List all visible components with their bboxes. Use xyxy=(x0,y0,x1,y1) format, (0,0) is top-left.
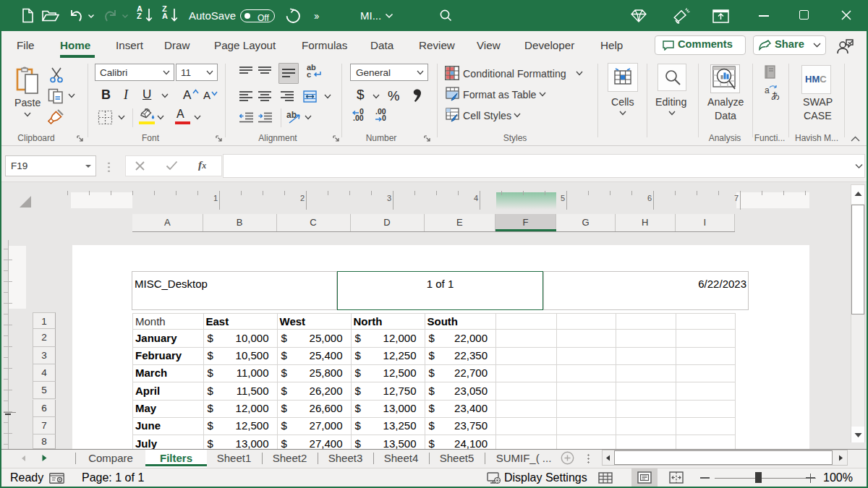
svg-text:あ: あ xyxy=(771,90,780,100)
svg-text:a: a xyxy=(765,85,770,95)
